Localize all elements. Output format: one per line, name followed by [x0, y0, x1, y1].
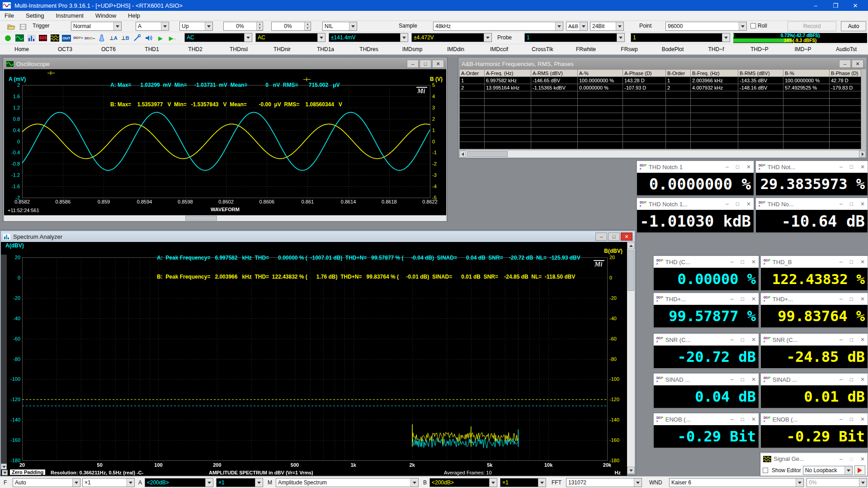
- tab-thd1a[interactable]: THD1a: [304, 46, 347, 52]
- window-minimize-icon[interactable]: –: [806, 0, 826, 11]
- probe-icon[interactable]: [132, 33, 142, 43]
- tab-frswp[interactable]: FRswp: [608, 46, 651, 52]
- harmonics-column-header[interactable]: B-Order: [666, 70, 691, 77]
- tab-home[interactable]: Home: [0, 46, 43, 52]
- tab-oct6[interactable]: OCT6: [87, 46, 130, 52]
- auto-button[interactable]: Auto: [841, 21, 866, 31]
- fft-size-select[interactable]: 131072: [566, 478, 642, 487]
- harmonics-column-header[interactable]: B-RMS (dBV): [738, 70, 783, 77]
- spectrum-titlebar[interactable]: Spectrum Analyzer – □ ✕: [1, 231, 635, 242]
- scroll-down-icon[interactable]: [627, 467, 635, 474]
- tab-audiotst[interactable]: AudioTst: [825, 46, 868, 52]
- harmonics-h-scrollbar[interactable]: [459, 151, 866, 157]
- harmonics-column-header[interactable]: A-RMS (dBV): [531, 70, 578, 77]
- meter-titlebar[interactable]: DDP⌕ ENOB (... – □ ✕: [654, 413, 759, 425]
- scroll-up-icon[interactable]: [627, 242, 635, 249]
- a-range-select[interactable]: <200dB>: [145, 478, 213, 487]
- maximize-icon[interactable]: □: [850, 376, 853, 383]
- tab-oct3[interactable]: OCT3: [43, 46, 87, 52]
- probe-a-select[interactable]: 1: [524, 33, 625, 42]
- loopback-select[interactable]: No Loopback: [803, 466, 853, 475]
- menu-item-window[interactable]: Window: [95, 12, 116, 19]
- play-icon[interactable]: ▶: [156, 33, 165, 43]
- trigger-level-spinner[interactable]: 0%▲▼: [223, 22, 263, 31]
- close-icon[interactable]: ✕: [751, 259, 756, 265]
- tab-imdsmp[interactable]: IMDsmp: [391, 46, 434, 52]
- channel-a-range-select[interactable]: ±141.4mV: [329, 33, 408, 42]
- freq-axis-mode-select[interactable]: Auto: [13, 478, 80, 487]
- tab-thd2[interactable]: THD2: [174, 46, 217, 52]
- close-icon[interactable]: ✕: [860, 164, 865, 170]
- harmonics-column-header[interactable]: A-Order: [460, 70, 485, 77]
- minimize-icon[interactable]: –: [731, 376, 734, 383]
- close-icon[interactable]: ✕: [746, 164, 751, 170]
- close-icon[interactable]: ✕: [860, 416, 865, 422]
- tab-thd1[interactable]: THD1: [130, 46, 174, 52]
- maximize-icon[interactable]: □: [850, 296, 853, 302]
- speaker-icon[interactable]: [144, 33, 154, 43]
- maximize-icon[interactable]: □: [736, 164, 739, 170]
- maximize-icon[interactable]: □: [608, 232, 620, 241]
- run-icon[interactable]: [3, 33, 13, 43]
- display-mode-select[interactable]: Amplitude Spectrum: [276, 478, 419, 487]
- harmonics-titlebar[interactable]: A&B-Harmonic Frequencies, RMS, Phases – …: [459, 58, 866, 69]
- oscilloscope-titlebar[interactable]: Oscilloscope – □ ✕: [4, 58, 446, 69]
- maximize-icon[interactable]: □: [741, 416, 744, 422]
- table-row[interactable]: 16.997582 kHz-146.65 dBV100.0000000 %143…: [460, 77, 861, 84]
- harmonics-column-header[interactable]: B-Phase (D): [830, 70, 861, 77]
- harmonics-column-header[interactable]: A-Phase (D): [623, 70, 666, 77]
- meter-titlebar[interactable]: DDP⌕ SNR (C... – □ ✕: [654, 334, 759, 346]
- close-icon[interactable]: ✕: [751, 416, 756, 422]
- trigger-position-marker-icon[interactable]: [47, 71, 55, 75]
- minimize-icon[interactable]: –: [731, 336, 734, 343]
- ddc-icon[interactable]: DDC⌙: [85, 33, 95, 43]
- tab-thd~f[interactable]: THD~f: [694, 46, 738, 52]
- channel-b-coupling-select[interactable]: AC: [255, 33, 326, 42]
- trigger-level-marker-icon[interactable]: [303, 77, 311, 81]
- meter-titlebar[interactable]: DDP⌕ THD No... – □ ✕: [756, 198, 868, 210]
- maximize-icon[interactable]: □: [741, 296, 744, 302]
- points-select[interactable]: 96000: [665, 22, 747, 31]
- close-icon[interactable]: ✕: [860, 259, 865, 265]
- dut-icon[interactable]: OUT: [61, 33, 71, 43]
- meter-titlebar[interactable]: DDP⌕ THD+... – □ ✕: [761, 293, 868, 305]
- ddp-viewer-icon[interactable]: DDP⌕: [73, 33, 83, 43]
- close-icon[interactable]: ✕: [751, 296, 756, 302]
- harmonics-column-header[interactable]: B-Freq. (Hz): [691, 70, 738, 77]
- minimize-icon[interactable]: –: [840, 259, 843, 265]
- roll-checkbox-box[interactable]: [750, 23, 756, 28]
- channel-a-coupling-select[interactable]: AC: [184, 33, 252, 42]
- tab-imddin[interactable]: IMDdin: [434, 46, 477, 52]
- meter-titlebar[interactable]: DDP⌕ SINAD ... – □ ✕: [654, 374, 759, 385]
- tab-imdccif[interactable]: IMDccif: [477, 46, 521, 52]
- menu-item-help[interactable]: Help: [128, 12, 140, 19]
- tab-thdnir[interactable]: THDnir: [260, 46, 304, 52]
- bit-depth-select[interactable]: 24Bit: [590, 22, 624, 31]
- spec-left-scrollbar[interactable]: [1, 255, 7, 469]
- minimize-icon[interactable]: –: [839, 60, 851, 68]
- minimize-icon[interactable]: –: [595, 232, 607, 241]
- maximize-icon[interactable]: □: [850, 259, 853, 265]
- spectrum-analyzer-icon[interactable]: [26, 33, 36, 43]
- trigger-delay-spinner[interactable]: 0%▲▼: [271, 22, 311, 31]
- close-icon[interactable]: ✕: [746, 201, 751, 207]
- tab-frwhite[interactable]: FRwhite: [564, 46, 608, 52]
- minimize-icon[interactable]: –: [840, 456, 843, 462]
- signal-generator-icon[interactable]: [50, 33, 60, 43]
- meter-titlebar[interactable]: DDP⌕ THD+... – □ ✕: [654, 293, 759, 305]
- maximize-icon[interactable]: □: [741, 336, 744, 343]
- tab-thdres[interactable]: THDres: [347, 46, 391, 52]
- osc-h-scrollbar[interactable]: [4, 215, 446, 221]
- meter-titlebar[interactable]: DDP⌕ THD (C... – □ ✕: [654, 256, 759, 268]
- minimize-icon[interactable]: –: [726, 201, 729, 207]
- meter-titlebar[interactable]: DDP⌕ SINAD ... – □ ✕: [761, 374, 868, 385]
- minimize-icon[interactable]: –: [840, 201, 843, 207]
- spec-v-scrollbar[interactable]: [627, 242, 635, 474]
- save-icon[interactable]: [18, 22, 28, 31]
- close-icon[interactable]: ✕: [751, 336, 756, 343]
- ground-a-icon[interactable]: ⊥A: [108, 33, 118, 43]
- meter-titlebar[interactable]: DDP⌕ ENOB (... – □ ✕: [761, 413, 868, 425]
- close-icon[interactable]: ✕: [860, 456, 865, 462]
- meter-titlebar[interactable]: DDP⌕ THD Notch 1 – □ ✕: [637, 161, 754, 173]
- close-icon[interactable]: ✕: [860, 201, 865, 207]
